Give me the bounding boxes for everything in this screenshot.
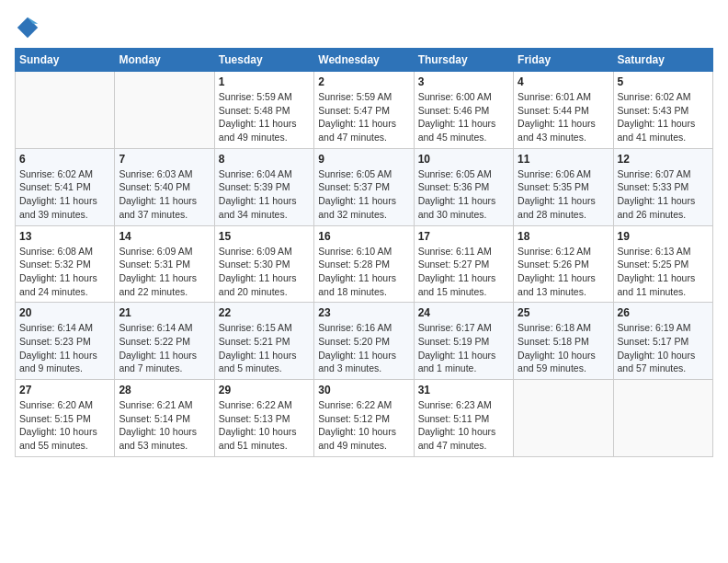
calendar-cell: 27Sunrise: 6:20 AM Sunset: 5:15 PM Dayli… — [16, 380, 115, 457]
day-number: 4 — [518, 75, 609, 88]
day-info: Sunrise: 6:09 AM Sunset: 5:31 PM Dayligh… — [119, 245, 210, 299]
day-info: Sunrise: 6:01 AM Sunset: 5:44 PM Dayligh… — [518, 90, 609, 144]
day-info: Sunrise: 5:59 AM Sunset: 5:48 PM Dayligh… — [219, 90, 310, 144]
day-number: 8 — [219, 153, 310, 166]
day-number: 24 — [418, 306, 509, 319]
day-number: 3 — [418, 75, 509, 88]
day-info: Sunrise: 6:03 AM Sunset: 5:40 PM Dayligh… — [119, 167, 210, 222]
day-number: 11 — [518, 153, 609, 166]
calendar-cell — [115, 72, 214, 149]
calendar-week-4: 20Sunrise: 6:14 AM Sunset: 5:23 PM Dayli… — [16, 303, 713, 380]
day-info: Sunrise: 6:16 AM Sunset: 5:20 PM Dayligh… — [318, 321, 409, 375]
day-number: 13 — [19, 230, 110, 243]
calendar-cell: 28Sunrise: 6:21 AM Sunset: 5:14 PM Dayli… — [115, 380, 214, 457]
day-number: 17 — [418, 230, 509, 243]
day-info: Sunrise: 6:00 AM Sunset: 5:46 PM Dayligh… — [418, 90, 509, 144]
day-info: Sunrise: 6:02 AM Sunset: 5:41 PM Dayligh… — [19, 167, 110, 222]
day-info: Sunrise: 6:22 AM Sunset: 5:12 PM Dayligh… — [318, 398, 409, 453]
day-number: 9 — [318, 153, 409, 166]
day-number: 10 — [418, 153, 509, 166]
calendar-week-3: 13Sunrise: 6:08 AM Sunset: 5:32 PM Dayli… — [16, 225, 713, 303]
calendar-week-2: 6Sunrise: 6:02 AM Sunset: 5:41 PM Daylig… — [16, 148, 713, 225]
column-header-thursday: Thursday — [414, 49, 513, 72]
calendar-cell: 13Sunrise: 6:08 AM Sunset: 5:32 PM Dayli… — [16, 225, 115, 303]
calendar-cell: 7Sunrise: 6:03 AM Sunset: 5:40 PM Daylig… — [115, 148, 214, 225]
day-info: Sunrise: 6:18 AM Sunset: 5:18 PM Dayligh… — [518, 321, 609, 375]
calendar-cell: 3Sunrise: 6:00 AM Sunset: 5:46 PM Daylig… — [414, 72, 513, 149]
calendar-cell: 30Sunrise: 6:22 AM Sunset: 5:12 PM Dayli… — [314, 380, 414, 457]
calendar-cell: 21Sunrise: 6:14 AM Sunset: 5:22 PM Dayli… — [115, 303, 214, 380]
calendar-cell: 24Sunrise: 6:17 AM Sunset: 5:19 PM Dayli… — [414, 303, 513, 380]
logo-icon — [15, 15, 40, 40]
day-info: Sunrise: 6:08 AM Sunset: 5:32 PM Dayligh… — [19, 245, 110, 299]
day-info: Sunrise: 6:22 AM Sunset: 5:13 PM Dayligh… — [219, 398, 310, 453]
day-info: Sunrise: 6:15 AM Sunset: 5:21 PM Dayligh… — [219, 321, 310, 375]
day-number: 1 — [219, 75, 310, 88]
column-header-wednesday: Wednesday — [314, 49, 414, 72]
day-number: 5 — [618, 75, 709, 88]
day-info: Sunrise: 5:59 AM Sunset: 5:47 PM Dayligh… — [318, 90, 409, 144]
day-info: Sunrise: 6:20 AM Sunset: 5:15 PM Dayligh… — [19, 398, 110, 453]
day-number: 31 — [418, 384, 509, 396]
calendar-cell — [16, 72, 115, 149]
calendar-week-1: 1Sunrise: 5:59 AM Sunset: 5:48 PM Daylig… — [16, 72, 713, 149]
day-number: 22 — [219, 306, 310, 319]
calendar-cell: 31Sunrise: 6:23 AM Sunset: 5:11 PM Dayli… — [414, 380, 513, 457]
calendar-cell: 11Sunrise: 6:06 AM Sunset: 5:35 PM Dayli… — [514, 148, 613, 225]
calendar-cell: 19Sunrise: 6:13 AM Sunset: 5:25 PM Dayli… — [613, 225, 712, 303]
day-number: 7 — [119, 153, 210, 166]
day-number: 27 — [19, 384, 110, 396]
day-info: Sunrise: 6:19 AM Sunset: 5:17 PM Dayligh… — [618, 321, 709, 375]
calendar-cell: 18Sunrise: 6:12 AM Sunset: 5:26 PM Dayli… — [514, 225, 613, 303]
day-info: Sunrise: 6:05 AM Sunset: 5:36 PM Dayligh… — [418, 167, 509, 222]
calendar-cell: 10Sunrise: 6:05 AM Sunset: 5:36 PM Dayli… — [414, 148, 513, 225]
day-info: Sunrise: 6:14 AM Sunset: 5:23 PM Dayligh… — [19, 321, 110, 375]
calendar-cell — [613, 380, 712, 457]
day-number: 16 — [318, 230, 409, 243]
calendar-week-5: 27Sunrise: 6:20 AM Sunset: 5:15 PM Dayli… — [16, 380, 713, 457]
day-info: Sunrise: 6:06 AM Sunset: 5:35 PM Dayligh… — [518, 167, 609, 222]
day-number: 15 — [219, 230, 310, 243]
calendar-cell: 22Sunrise: 6:15 AM Sunset: 5:21 PM Dayli… — [214, 303, 313, 380]
day-info: Sunrise: 6:07 AM Sunset: 5:33 PM Dayligh… — [618, 167, 709, 222]
column-header-sunday: Sunday — [16, 49, 115, 72]
day-info: Sunrise: 6:02 AM Sunset: 5:43 PM Dayligh… — [618, 90, 709, 144]
column-header-tuesday: Tuesday — [214, 49, 313, 72]
day-info: Sunrise: 6:04 AM Sunset: 5:39 PM Dayligh… — [219, 167, 310, 222]
svg-marker-0 — [17, 17, 38, 38]
day-number: 21 — [119, 306, 210, 319]
day-info: Sunrise: 6:12 AM Sunset: 5:26 PM Dayligh… — [518, 245, 609, 299]
day-number: 23 — [318, 306, 409, 319]
calendar-cell: 5Sunrise: 6:02 AM Sunset: 5:43 PM Daylig… — [613, 72, 712, 149]
day-number: 28 — [119, 384, 210, 396]
calendar-cell: 25Sunrise: 6:18 AM Sunset: 5:18 PM Dayli… — [514, 303, 613, 380]
day-info: Sunrise: 6:11 AM Sunset: 5:27 PM Dayligh… — [418, 245, 509, 299]
calendar-cell: 26Sunrise: 6:19 AM Sunset: 5:17 PM Dayli… — [613, 303, 712, 380]
calendar-table: SundayMondayTuesdayWednesdayThursdayFrid… — [15, 48, 713, 457]
day-info: Sunrise: 6:23 AM Sunset: 5:11 PM Dayligh… — [418, 398, 509, 453]
calendar-cell: 15Sunrise: 6:09 AM Sunset: 5:30 PM Dayli… — [214, 225, 313, 303]
column-header-saturday: Saturday — [613, 49, 712, 72]
calendar-cell: 6Sunrise: 6:02 AM Sunset: 5:41 PM Daylig… — [16, 148, 115, 225]
calendar-cell — [514, 380, 613, 457]
calendar-cell: 20Sunrise: 6:14 AM Sunset: 5:23 PM Dayli… — [16, 303, 115, 380]
day-number: 25 — [518, 306, 609, 319]
page-header — [15, 15, 713, 40]
calendar-cell: 4Sunrise: 6:01 AM Sunset: 5:44 PM Daylig… — [514, 72, 613, 149]
day-info: Sunrise: 6:14 AM Sunset: 5:22 PM Dayligh… — [119, 321, 210, 375]
day-number: 19 — [618, 230, 709, 243]
day-number: 12 — [618, 153, 709, 166]
day-info: Sunrise: 6:21 AM Sunset: 5:14 PM Dayligh… — [119, 398, 210, 453]
calendar-cell: 23Sunrise: 6:16 AM Sunset: 5:20 PM Dayli… — [314, 303, 414, 380]
day-info: Sunrise: 6:05 AM Sunset: 5:37 PM Dayligh… — [318, 167, 409, 222]
calendar-cell: 17Sunrise: 6:11 AM Sunset: 5:27 PM Dayli… — [414, 225, 513, 303]
logo — [15, 15, 44, 40]
day-number: 20 — [19, 306, 110, 319]
calendar-cell: 29Sunrise: 6:22 AM Sunset: 5:13 PM Dayli… — [214, 380, 313, 457]
day-info: Sunrise: 6:13 AM Sunset: 5:25 PM Dayligh… — [618, 245, 709, 299]
calendar-cell: 1Sunrise: 5:59 AM Sunset: 5:48 PM Daylig… — [214, 72, 313, 149]
column-header-friday: Friday — [514, 49, 613, 72]
day-number: 18 — [518, 230, 609, 243]
calendar-cell: 12Sunrise: 6:07 AM Sunset: 5:33 PM Dayli… — [613, 148, 712, 225]
day-number: 6 — [19, 153, 110, 166]
